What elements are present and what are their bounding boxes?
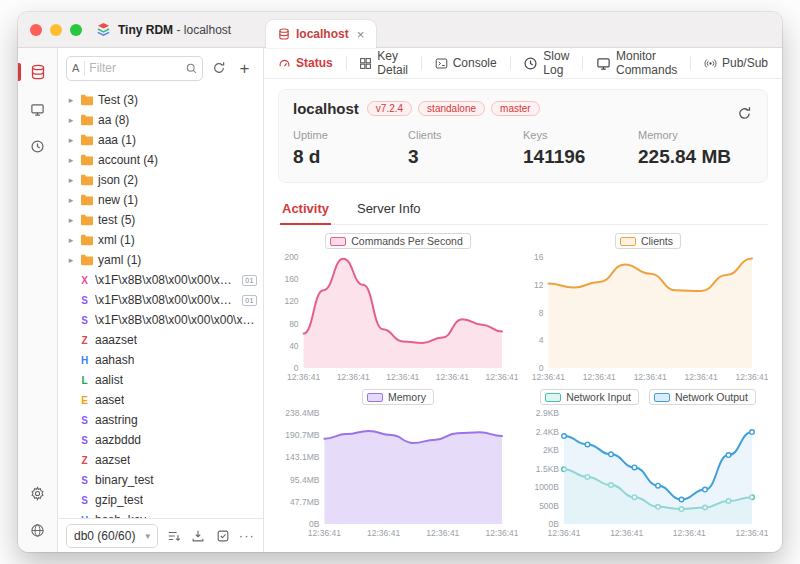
- svg-text:500B: 500B: [539, 501, 559, 511]
- sort-icon[interactable]: [166, 527, 182, 545]
- server-badges: v7.2.4standalonemaster: [367, 101, 540, 116]
- tree-key[interactable]: Eaaset: [58, 390, 263, 410]
- tree-folder[interactable]: ▸test (5): [58, 210, 263, 230]
- svg-text:12:36:41: 12:36:41: [337, 372, 370, 382]
- more-actions-icon[interactable]: ···: [239, 527, 255, 545]
- key-label: gzip_test: [95, 493, 143, 507]
- tree-key[interactable]: Hhash_key: [58, 510, 263, 518]
- key-label: binary_test: [95, 473, 154, 487]
- tab-pub-sub[interactable]: Pub/Sub: [704, 56, 768, 70]
- chart-legend: Network InputNetwork Output: [528, 387, 768, 407]
- caret-right-icon[interactable]: ▸: [66, 175, 76, 185]
- refresh-keys-button[interactable]: [208, 58, 229, 79]
- key-type-badge: S: [78, 415, 91, 426]
- tab-console[interactable]: Console: [435, 56, 497, 70]
- caret-right-icon[interactable]: ▸: [66, 255, 76, 265]
- folder-label: json (2): [98, 173, 138, 187]
- caret-right-icon[interactable]: ▸: [66, 215, 76, 225]
- stat-label: Uptime: [293, 129, 408, 141]
- tab-label: localhost: [296, 27, 349, 41]
- app-title: Tiny RDM - localhost: [118, 23, 231, 37]
- tab-label: Slow Log: [543, 49, 569, 77]
- rail-item-history[interactable]: [18, 134, 57, 158]
- tree-key[interactable]: Zaazset: [58, 450, 263, 470]
- rail-item-databases[interactable]: [18, 60, 57, 84]
- tree-key[interactable]: Laalist: [58, 370, 263, 390]
- refresh-status-button[interactable]: [733, 102, 755, 124]
- caret-right-icon[interactable]: ▸: [66, 135, 76, 145]
- tab-localhost[interactable]: localhost ×: [266, 20, 376, 48]
- tree-folder[interactable]: ▸new (1): [58, 190, 263, 210]
- tab-status[interactable]: Status: [278, 56, 333, 70]
- legend-label: Network Input: [566, 391, 631, 403]
- tab-label: Console: [453, 56, 497, 70]
- tree-folder[interactable]: ▸xml (1): [58, 230, 263, 250]
- tree-folder[interactable]: ▸Test (3): [58, 90, 263, 110]
- caret-right-icon[interactable]: ▸: [66, 195, 76, 205]
- svg-text:12:36:41: 12:36:41: [634, 372, 667, 382]
- folder-icon: [80, 214, 94, 226]
- tree-folder[interactable]: ▸json (2): [58, 170, 263, 190]
- maximize-window-button[interactable]: [70, 24, 82, 36]
- subtab-server-info[interactable]: Server Info: [355, 193, 423, 224]
- status-content: localhost v7.2.4standalonemaster Uptime8…: [264, 79, 782, 552]
- key-type-badge: L: [78, 375, 91, 386]
- legend-item[interactable]: Commands Per Second: [325, 233, 470, 249]
- tree-key[interactable]: X\x1F\x8B\x08\x00\x00\x00\x00\x0...01: [58, 270, 263, 290]
- settings-button[interactable]: [18, 481, 57, 505]
- tree-folder[interactable]: ▸aa (8): [58, 110, 263, 130]
- svg-text:12:36:41: 12:36:41: [308, 528, 341, 538]
- minimize-window-button[interactable]: [50, 24, 62, 36]
- close-window-button[interactable]: [30, 24, 42, 36]
- match-case-toggle[interactable]: A: [67, 61, 85, 76]
- db-select[interactable]: db0 (60/60) ▾: [66, 524, 158, 548]
- stat-value: 8 d: [293, 146, 408, 168]
- chart-clients: Clients.tick{font:8.5px "Liberation Sans…: [528, 231, 768, 383]
- chart-plot: .tick{font:8.5px "Liberation Sans",sans-…: [278, 251, 518, 383]
- toolbar-divider: [421, 56, 422, 70]
- close-tab-icon[interactable]: ×: [357, 27, 365, 42]
- folder-label: Test (3): [98, 93, 138, 107]
- svg-text:16: 16: [534, 252, 544, 262]
- tab-monitor-commands[interactable]: Monitor Commands: [596, 49, 677, 77]
- tree-key[interactable]: S\x1F\x8B\x08\x00\x00\x09\x8...01: [58, 290, 263, 310]
- search-icon[interactable]: [181, 58, 202, 79]
- tree-key[interactable]: Sgzip_test: [58, 490, 263, 510]
- legend-item[interactable]: Clients: [615, 233, 681, 249]
- tree-key[interactable]: Saazbddd: [58, 430, 263, 450]
- tab-slow-log[interactable]: Slow Log: [523, 49, 569, 77]
- import-icon[interactable]: [190, 527, 206, 545]
- grid-icon: [359, 57, 372, 70]
- tree-key[interactable]: Sbinary_test: [58, 470, 263, 490]
- subtab-activity[interactable]: Activity: [280, 193, 331, 225]
- tree-folder[interactable]: ▸yaml (1): [58, 250, 263, 270]
- rail-item-servers[interactable]: [18, 97, 57, 121]
- add-key-button[interactable]: +: [234, 58, 255, 79]
- checkbox-icon[interactable]: [214, 527, 230, 545]
- svg-text:120: 120: [284, 296, 298, 306]
- svg-text:160: 160: [284, 274, 298, 284]
- tab-key-detail[interactable]: Key Detail: [359, 49, 408, 77]
- tab-label: Key Detail: [377, 49, 408, 77]
- gear-icon: [30, 486, 45, 501]
- tree-key[interactable]: S\x1F\x8B\x08\x00\x00\x00\x00\x0...: [58, 310, 263, 330]
- legend-item[interactable]: Network Output: [649, 389, 756, 405]
- tree-key[interactable]: Saastring: [58, 410, 263, 430]
- caret-right-icon[interactable]: ▸: [66, 95, 76, 105]
- svg-text:12:36:41: 12:36:41: [685, 372, 718, 382]
- caret-right-icon[interactable]: ▸: [66, 235, 76, 245]
- legend-item[interactable]: Memory: [362, 389, 434, 405]
- filter-input[interactable]: [85, 61, 181, 75]
- tree-key[interactable]: Haahash: [58, 350, 263, 370]
- caret-right-icon[interactable]: ▸: [66, 155, 76, 165]
- server-stats: Uptime8 dClients3Keys141196Memory225.84 …: [293, 129, 753, 168]
- tree-key[interactable]: Zaaazset: [58, 330, 263, 350]
- caret-right-icon[interactable]: ▸: [66, 115, 76, 125]
- tree-folder[interactable]: ▸aaa (1): [58, 130, 263, 150]
- filter-row: A +: [58, 48, 263, 88]
- language-button[interactable]: [18, 518, 57, 542]
- svg-text:12:36:41: 12:36:41: [610, 528, 643, 538]
- tree-folder[interactable]: ▸account (4): [58, 150, 263, 170]
- legend-item[interactable]: Network Input: [540, 389, 639, 405]
- key-label: \x1F\x8B\x08\x00\x00\x00\x00\x0...: [95, 273, 238, 287]
